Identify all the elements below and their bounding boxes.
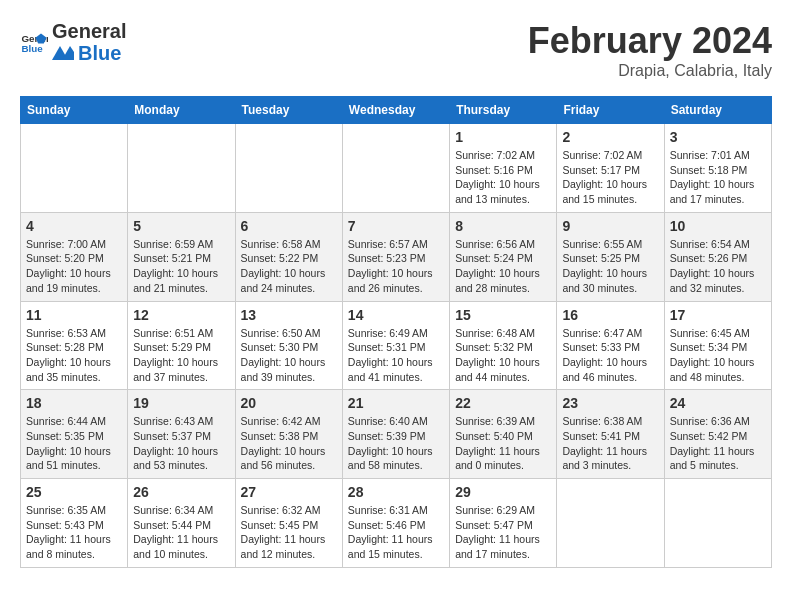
calendar-cell: 18Sunrise: 6:44 AM Sunset: 5:35 PM Dayli… [21,390,128,479]
logo-icon: General Blue [20,28,48,56]
day-number: 11 [26,307,122,323]
calendar-cell: 1Sunrise: 7:02 AM Sunset: 5:16 PM Daylig… [450,124,557,213]
day-detail: Sunrise: 6:36 AM Sunset: 5:42 PM Dayligh… [670,414,766,473]
day-number: 20 [241,395,337,411]
calendar-cell [21,124,128,213]
day-detail: Sunrise: 6:59 AM Sunset: 5:21 PM Dayligh… [133,237,229,296]
svg-text:Blue: Blue [21,43,43,54]
day-detail: Sunrise: 6:57 AM Sunset: 5:23 PM Dayligh… [348,237,444,296]
page-subtitle: Drapia, Calabria, Italy [528,62,772,80]
day-number: 21 [348,395,444,411]
calendar-cell: 12Sunrise: 6:51 AM Sunset: 5:29 PM Dayli… [128,301,235,390]
day-number: 15 [455,307,551,323]
day-number: 18 [26,395,122,411]
calendar-cell: 8Sunrise: 6:56 AM Sunset: 5:24 PM Daylig… [450,212,557,301]
day-number: 16 [562,307,658,323]
day-number: 12 [133,307,229,323]
calendar-cell: 23Sunrise: 6:38 AM Sunset: 5:41 PM Dayli… [557,390,664,479]
day-detail: Sunrise: 6:45 AM Sunset: 5:34 PM Dayligh… [670,326,766,385]
calendar-cell: 2Sunrise: 7:02 AM Sunset: 5:17 PM Daylig… [557,124,664,213]
day-detail: Sunrise: 6:34 AM Sunset: 5:44 PM Dayligh… [133,503,229,562]
day-number: 14 [348,307,444,323]
day-detail: Sunrise: 6:50 AM Sunset: 5:30 PM Dayligh… [241,326,337,385]
calendar-cell: 11Sunrise: 6:53 AM Sunset: 5:28 PM Dayli… [21,301,128,390]
col-header-thursday: Thursday [450,97,557,124]
day-detail: Sunrise: 6:38 AM Sunset: 5:41 PM Dayligh… [562,414,658,473]
day-number: 4 [26,218,122,234]
calendar-cell: 10Sunrise: 6:54 AM Sunset: 5:26 PM Dayli… [664,212,771,301]
calendar-cell: 22Sunrise: 6:39 AM Sunset: 5:40 PM Dayli… [450,390,557,479]
calendar-cell: 27Sunrise: 6:32 AM Sunset: 5:45 PM Dayli… [235,479,342,568]
day-detail: Sunrise: 6:31 AM Sunset: 5:46 PM Dayligh… [348,503,444,562]
page-header: General Blue General Blue February 2024 … [20,20,772,80]
day-number: 24 [670,395,766,411]
day-detail: Sunrise: 6:42 AM Sunset: 5:38 PM Dayligh… [241,414,337,473]
day-detail: Sunrise: 6:56 AM Sunset: 5:24 PM Dayligh… [455,237,551,296]
calendar-cell: 3Sunrise: 7:01 AM Sunset: 5:18 PM Daylig… [664,124,771,213]
col-header-sunday: Sunday [21,97,128,124]
day-number: 25 [26,484,122,500]
day-detail: Sunrise: 6:39 AM Sunset: 5:40 PM Dayligh… [455,414,551,473]
page-title: February 2024 [528,20,772,62]
calendar-table: SundayMondayTuesdayWednesdayThursdayFrid… [20,96,772,568]
logo-wave-icon [52,46,74,60]
day-detail: Sunrise: 6:49 AM Sunset: 5:31 PM Dayligh… [348,326,444,385]
day-detail: Sunrise: 6:58 AM Sunset: 5:22 PM Dayligh… [241,237,337,296]
calendar-cell: 20Sunrise: 6:42 AM Sunset: 5:38 PM Dayli… [235,390,342,479]
calendar-cell: 17Sunrise: 6:45 AM Sunset: 5:34 PM Dayli… [664,301,771,390]
calendar-cell: 29Sunrise: 6:29 AM Sunset: 5:47 PM Dayli… [450,479,557,568]
day-detail: Sunrise: 6:29 AM Sunset: 5:47 PM Dayligh… [455,503,551,562]
day-detail: Sunrise: 7:00 AM Sunset: 5:20 PM Dayligh… [26,237,122,296]
day-detail: Sunrise: 6:43 AM Sunset: 5:37 PM Dayligh… [133,414,229,473]
day-number: 26 [133,484,229,500]
calendar-cell: 7Sunrise: 6:57 AM Sunset: 5:23 PM Daylig… [342,212,449,301]
day-number: 8 [455,218,551,234]
col-header-friday: Friday [557,97,664,124]
title-block: February 2024 Drapia, Calabria, Italy [528,20,772,80]
day-detail: Sunrise: 6:54 AM Sunset: 5:26 PM Dayligh… [670,237,766,296]
calendar-cell [342,124,449,213]
logo-blue: Blue [78,42,121,64]
day-detail: Sunrise: 6:32 AM Sunset: 5:45 PM Dayligh… [241,503,337,562]
calendar-cell: 9Sunrise: 6:55 AM Sunset: 5:25 PM Daylig… [557,212,664,301]
day-number: 28 [348,484,444,500]
calendar-cell: 4Sunrise: 7:00 AM Sunset: 5:20 PM Daylig… [21,212,128,301]
day-detail: Sunrise: 7:02 AM Sunset: 5:17 PM Dayligh… [562,148,658,207]
day-detail: Sunrise: 7:02 AM Sunset: 5:16 PM Dayligh… [455,148,551,207]
calendar-cell [128,124,235,213]
day-detail: Sunrise: 6:53 AM Sunset: 5:28 PM Dayligh… [26,326,122,385]
calendar-cell: 14Sunrise: 6:49 AM Sunset: 5:31 PM Dayli… [342,301,449,390]
calendar-cell: 26Sunrise: 6:34 AM Sunset: 5:44 PM Dayli… [128,479,235,568]
col-header-wednesday: Wednesday [342,97,449,124]
day-number: 27 [241,484,337,500]
col-header-saturday: Saturday [664,97,771,124]
calendar-cell [557,479,664,568]
day-number: 10 [670,218,766,234]
calendar-cell: 28Sunrise: 6:31 AM Sunset: 5:46 PM Dayli… [342,479,449,568]
day-detail: Sunrise: 6:44 AM Sunset: 5:35 PM Dayligh… [26,414,122,473]
day-number: 9 [562,218,658,234]
day-detail: Sunrise: 6:48 AM Sunset: 5:32 PM Dayligh… [455,326,551,385]
calendar-cell: 21Sunrise: 6:40 AM Sunset: 5:39 PM Dayli… [342,390,449,479]
calendar-cell: 19Sunrise: 6:43 AM Sunset: 5:37 PM Dayli… [128,390,235,479]
day-number: 17 [670,307,766,323]
col-header-monday: Monday [128,97,235,124]
day-number: 3 [670,129,766,145]
calendar-cell: 13Sunrise: 6:50 AM Sunset: 5:30 PM Dayli… [235,301,342,390]
day-detail: Sunrise: 7:01 AM Sunset: 5:18 PM Dayligh… [670,148,766,207]
calendar-cell: 6Sunrise: 6:58 AM Sunset: 5:22 PM Daylig… [235,212,342,301]
day-number: 19 [133,395,229,411]
day-number: 23 [562,395,658,411]
calendar-cell: 15Sunrise: 6:48 AM Sunset: 5:32 PM Dayli… [450,301,557,390]
col-header-tuesday: Tuesday [235,97,342,124]
day-detail: Sunrise: 6:35 AM Sunset: 5:43 PM Dayligh… [26,503,122,562]
day-detail: Sunrise: 6:40 AM Sunset: 5:39 PM Dayligh… [348,414,444,473]
day-number: 29 [455,484,551,500]
day-detail: Sunrise: 6:51 AM Sunset: 5:29 PM Dayligh… [133,326,229,385]
calendar-cell: 16Sunrise: 6:47 AM Sunset: 5:33 PM Dayli… [557,301,664,390]
logo-general: General [52,20,126,42]
calendar-cell: 25Sunrise: 6:35 AM Sunset: 5:43 PM Dayli… [21,479,128,568]
day-number: 6 [241,218,337,234]
day-number: 22 [455,395,551,411]
day-detail: Sunrise: 6:47 AM Sunset: 5:33 PM Dayligh… [562,326,658,385]
